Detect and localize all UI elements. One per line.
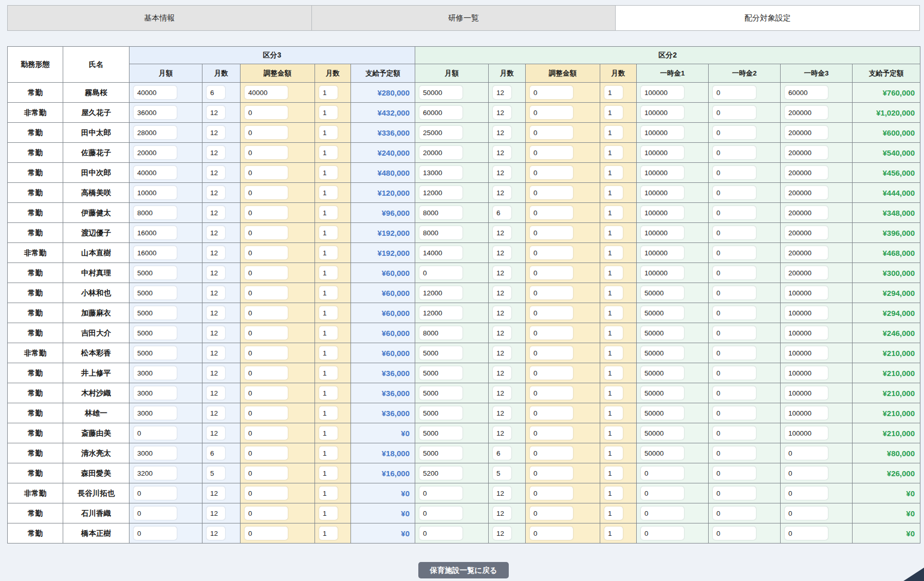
k2-adjustment-input[interactable] (530, 527, 573, 540)
k2-months-input[interactable] (493, 246, 511, 259)
k2-bonus3-input[interactable] (785, 446, 828, 460)
k2-months-input[interactable] (493, 106, 511, 119)
k3-adjustment-months-input[interactable] (319, 146, 338, 159)
k2-monthly-input[interactable] (419, 106, 463, 119)
k3-adjustment-months-input[interactable] (319, 346, 338, 360)
k3-adjustment-input[interactable] (245, 446, 288, 460)
k2-bonus3-input[interactable] (785, 86, 828, 99)
k3-adjustment-months-input[interactable] (319, 266, 338, 279)
k3-monthly-input[interactable] (134, 126, 177, 139)
k3-months-input[interactable] (207, 266, 225, 279)
k2-bonus1-input[interactable] (641, 486, 684, 500)
k2-months-input[interactable] (493, 86, 511, 99)
k2-months-input[interactable] (493, 166, 511, 179)
k2-adjustment-months-input[interactable] (604, 326, 623, 340)
k2-bonus1-input[interactable] (641, 186, 684, 199)
k3-monthly-input[interactable] (134, 106, 177, 119)
k2-adjustment-input[interactable] (530, 166, 573, 179)
k3-adjustment-months-input[interactable] (319, 446, 338, 460)
k3-adjustment-input[interactable] (245, 246, 288, 259)
k3-adjustment-input[interactable] (245, 366, 288, 380)
k2-adjustment-months-input[interactable] (604, 146, 623, 159)
k2-adjustment-months-input[interactable] (604, 446, 623, 460)
k2-monthly-input[interactable] (419, 527, 463, 540)
k2-bonus2-input[interactable] (713, 206, 756, 219)
k3-months-input[interactable] (207, 306, 225, 320)
k2-adjustment-months-input[interactable] (604, 286, 623, 299)
k2-bonus3-input[interactable] (785, 146, 828, 159)
k3-monthly-input[interactable] (134, 86, 177, 99)
k2-bonus3-input[interactable] (785, 286, 828, 299)
k3-adjustment-input[interactable] (245, 466, 288, 480)
k2-bonus1-input[interactable] (641, 326, 684, 340)
k3-adjustment-input[interactable] (245, 126, 288, 139)
k3-adjustment-months-input[interactable] (319, 306, 338, 320)
k2-monthly-input[interactable] (419, 306, 463, 320)
k2-monthly-input[interactable] (419, 346, 463, 360)
k2-monthly-input[interactable] (419, 426, 463, 440)
k2-months-input[interactable] (493, 466, 511, 480)
k2-bonus2-input[interactable] (713, 246, 756, 259)
k3-adjustment-months-input[interactable] (319, 186, 338, 199)
k2-months-input[interactable] (493, 426, 511, 440)
k2-bonus1-input[interactable] (641, 426, 684, 440)
k2-bonus2-input[interactable] (713, 266, 756, 279)
k2-adjustment-months-input[interactable] (604, 206, 623, 219)
k2-bonus3-input[interactable] (785, 326, 828, 340)
k2-months-input[interactable] (493, 507, 511, 520)
k2-adjustment-input[interactable] (530, 326, 573, 340)
k2-bonus3-input[interactable] (785, 126, 828, 139)
k2-adjustment-input[interactable] (530, 386, 573, 400)
k2-bonus2-input[interactable] (713, 146, 756, 159)
k3-adjustment-input[interactable] (245, 226, 288, 239)
k3-months-input[interactable] (207, 426, 225, 440)
k2-adjustment-input[interactable] (530, 146, 573, 159)
k2-bonus3-input[interactable] (785, 507, 828, 520)
k2-bonus3-input[interactable] (785, 366, 828, 380)
k2-adjustment-months-input[interactable] (604, 507, 623, 520)
k2-adjustment-input[interactable] (530, 86, 573, 99)
k3-monthly-input[interactable] (134, 206, 177, 219)
k3-months-input[interactable] (207, 466, 225, 480)
k2-bonus1-input[interactable] (641, 507, 684, 520)
k3-monthly-input[interactable] (134, 286, 177, 299)
k3-adjustment-months-input[interactable] (319, 366, 338, 380)
k2-bonus3-input[interactable] (785, 206, 828, 219)
k3-months-input[interactable] (207, 446, 225, 460)
k2-bonus3-input[interactable] (785, 466, 828, 480)
k3-adjustment-months-input[interactable] (319, 406, 338, 420)
k2-adjustment-input[interactable] (530, 126, 573, 139)
k2-adjustment-input[interactable] (530, 507, 573, 520)
k2-adjustment-input[interactable] (530, 246, 573, 259)
k2-bonus2-input[interactable] (713, 186, 756, 199)
k2-adjustment-months-input[interactable] (604, 406, 623, 420)
k2-bonus2-input[interactable] (713, 527, 756, 540)
k2-months-input[interactable] (493, 306, 511, 320)
k3-adjustment-input[interactable] (245, 346, 288, 360)
k2-bonus1-input[interactable] (641, 286, 684, 299)
k3-adjustment-input[interactable] (245, 426, 288, 440)
k2-bonus2-input[interactable] (713, 306, 756, 320)
k3-monthly-input[interactable] (134, 486, 177, 500)
k3-months-input[interactable] (207, 326, 225, 340)
k3-monthly-input[interactable] (134, 186, 177, 199)
k2-bonus2-input[interactable] (713, 466, 756, 480)
k2-adjustment-months-input[interactable] (604, 426, 623, 440)
k2-bonus2-input[interactable] (713, 126, 756, 139)
k2-bonus1-input[interactable] (641, 386, 684, 400)
k3-monthly-input[interactable] (134, 366, 177, 380)
k2-bonus1-input[interactable] (641, 106, 684, 119)
k3-adjustment-months-input[interactable] (319, 486, 338, 500)
k2-bonus1-input[interactable] (641, 446, 684, 460)
k3-monthly-input[interactable] (134, 226, 177, 239)
k3-monthly-input[interactable] (134, 527, 177, 540)
k2-bonus2-input[interactable] (713, 226, 756, 239)
k3-monthly-input[interactable] (134, 326, 177, 340)
k2-bonus3-input[interactable] (785, 486, 828, 500)
k2-bonus1-input[interactable] (641, 266, 684, 279)
k2-months-input[interactable] (493, 346, 511, 360)
k2-months-input[interactable] (493, 406, 511, 420)
k3-monthly-input[interactable] (134, 507, 177, 520)
k2-bonus1-input[interactable] (641, 166, 684, 179)
k2-adjustment-months-input[interactable] (604, 527, 623, 540)
